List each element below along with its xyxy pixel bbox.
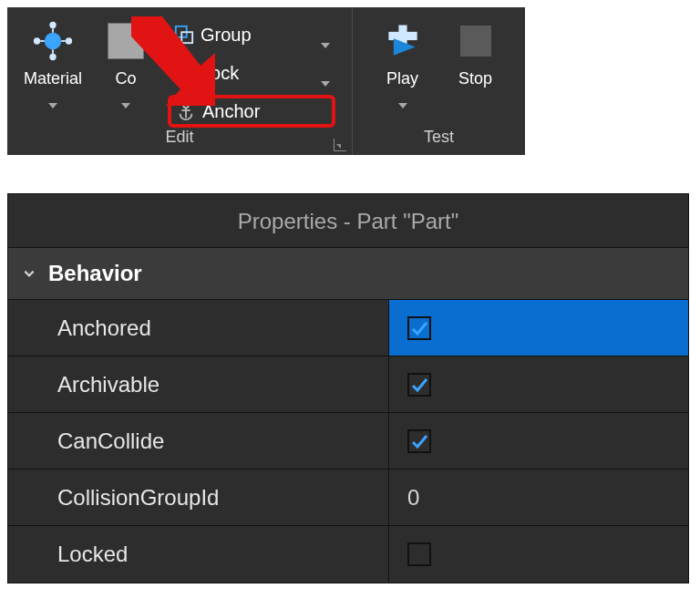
edit-mini-column: Group Lock (162, 15, 335, 128)
svg-marker-9 (48, 103, 57, 108)
property-row-locked[interactable]: Locked (8, 526, 688, 583)
edit-dialog-launcher-icon[interactable] (334, 139, 346, 151)
svg-point-3 (49, 54, 56, 60)
play-icon (380, 18, 426, 64)
ribbon-group-test: Play Stop Test (352, 7, 525, 155)
ribbon-toolbar: Material Co (7, 7, 525, 155)
lock-caret-icon (321, 70, 330, 76)
svg-marker-22 (398, 103, 407, 108)
svg-marker-10 (121, 103, 130, 108)
stop-button[interactable]: Stop (439, 15, 512, 88)
locked-label: Locked (8, 526, 389, 583)
edit-group-label: Edit (16, 128, 343, 150)
stop-icon (453, 18, 499, 64)
group-button[interactable]: Group (168, 18, 335, 51)
group-icon (173, 24, 195, 46)
test-group-label: Test (362, 128, 516, 150)
color-button[interactable]: Co (89, 15, 162, 98)
locked-value[interactable] (389, 526, 688, 583)
svg-rect-20 (388, 32, 417, 40)
anchored-value[interactable] (389, 300, 688, 356)
archivable-label: Archivable (8, 356, 389, 412)
collisiongroupid-text: 0 (407, 485, 419, 511)
collisiongroupid-value[interactable]: 0 (389, 470, 688, 525)
color-label: Co (115, 69, 136, 88)
chevron-down-icon (23, 267, 36, 280)
property-row-archivable[interactable]: Archivable (8, 356, 688, 413)
ribbon-group-edit: Material Co (7, 7, 352, 155)
svg-point-4 (34, 37, 40, 44)
properties-title: Properties - Part "Part" (8, 194, 688, 248)
edit-group-body: Material Co (16, 15, 343, 128)
behavior-section-header[interactable]: Behavior (8, 248, 688, 300)
material-caret-icon (48, 92, 57, 98)
play-caret-icon (398, 92, 407, 98)
stop-label: Stop (458, 69, 492, 88)
archivable-checkbox[interactable] (407, 373, 431, 397)
svg-marker-15 (321, 81, 330, 87)
anchor-label: Anchor (202, 101, 260, 122)
svg-point-0 (45, 33, 61, 49)
group-label: Group (201, 25, 252, 46)
anchor-button[interactable]: Anchor (168, 95, 335, 128)
svg-point-1 (49, 22, 56, 28)
property-row-anchored[interactable]: Anchored (8, 300, 688, 356)
cancollide-checkbox[interactable] (407, 429, 431, 453)
play-label: Play (386, 69, 418, 88)
svg-point-2 (66, 37, 72, 44)
anchored-checkbox[interactable] (407, 316, 431, 340)
archivable-value[interactable] (389, 356, 688, 412)
lock-icon (173, 62, 195, 84)
group-caret-icon (321, 32, 330, 37)
material-icon (30, 18, 76, 64)
lock-label: Lock (201, 63, 239, 84)
test-group-body: Play Stop (362, 15, 516, 128)
svg-rect-14 (179, 72, 190, 79)
material-button[interactable]: Material (16, 15, 89, 98)
properties-panel: Properties - Part "Part" Behavior Anchor… (7, 193, 689, 583)
cancollide-label: CanCollide (8, 413, 389, 469)
svg-point-16 (183, 103, 189, 108)
locked-checkbox[interactable] (407, 542, 431, 566)
property-row-cancollide[interactable]: CanCollide (8, 413, 688, 470)
material-label: Material (24, 69, 82, 88)
collisiongroupid-label: CollisionGroupId (8, 470, 389, 525)
behavior-section-label: Behavior (48, 261, 142, 286)
anchor-icon (175, 100, 197, 122)
svg-marker-13 (321, 43, 330, 48)
color-caret-icon (121, 92, 130, 98)
play-button[interactable]: Play (366, 15, 439, 98)
lock-button[interactable]: Lock (168, 57, 335, 89)
property-row-collisiongroupid[interactable]: CollisionGroupId 0 (8, 470, 688, 526)
cancollide-value[interactable] (389, 413, 688, 469)
color-icon (103, 18, 149, 64)
anchored-label: Anchored (8, 300, 389, 356)
